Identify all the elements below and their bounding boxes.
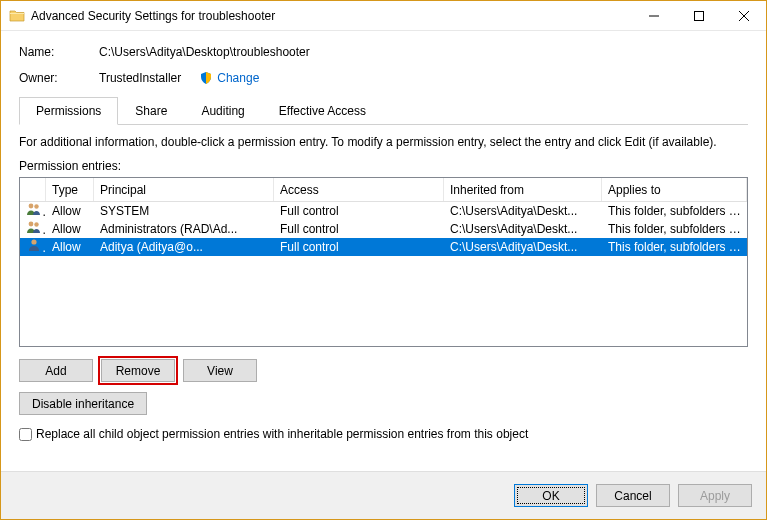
grid-header: Type Principal Access Inherited from App… xyxy=(20,178,747,202)
tab-effective-access[interactable]: Effective Access xyxy=(262,97,383,124)
row-access: Full control xyxy=(274,220,444,238)
grid-body: AllowSYSTEMFull controlC:\Users\Aditya\D… xyxy=(20,202,747,256)
name-value: C:\Users\Aditya\Desktop\troubleshooter xyxy=(99,45,310,59)
permissions-grid[interactable]: Type Principal Access Inherited from App… xyxy=(19,177,748,347)
row-access: Full control xyxy=(274,238,444,256)
row-principal: SYSTEM xyxy=(94,202,274,220)
change-owner-link[interactable]: Change xyxy=(199,71,259,85)
shield-icon xyxy=(199,71,213,85)
tab-permissions[interactable]: Permissions xyxy=(19,97,118,125)
table-row[interactable]: AllowAdministrators (RAD\Ad...Full contr… xyxy=(20,220,747,238)
apply-button[interactable]: Apply xyxy=(678,484,752,507)
entries-label: Permission entries: xyxy=(19,159,748,173)
row-inherited: C:\Users\Aditya\Deskt... xyxy=(444,202,602,220)
row-icon xyxy=(20,220,46,238)
col-type[interactable]: Type xyxy=(46,178,94,201)
col-applies[interactable]: Applies to xyxy=(602,178,747,201)
name-label: Name: xyxy=(19,45,99,59)
row-access: Full control xyxy=(274,202,444,220)
svg-point-3 xyxy=(29,222,34,227)
info-text: For additional information, double-click… xyxy=(19,135,748,149)
add-button[interactable]: Add xyxy=(19,359,93,382)
row-type: Allow xyxy=(46,220,94,238)
table-row[interactable]: AllowAditya (Aditya@o...Full controlC:\U… xyxy=(20,238,747,256)
owner-label: Owner: xyxy=(19,71,99,85)
tabs: Permissions Share Auditing Effective Acc… xyxy=(19,97,748,125)
tab-auditing[interactable]: Auditing xyxy=(184,97,261,124)
row-inherited: C:\Users\Aditya\Deskt... xyxy=(444,238,602,256)
row-applies: This folder, subfolders and files xyxy=(602,202,747,220)
close-button[interactable] xyxy=(721,1,766,30)
row-type: Allow xyxy=(46,202,94,220)
svg-rect-0 xyxy=(694,11,703,20)
row-icon xyxy=(20,238,46,256)
remove-button[interactable]: Remove xyxy=(101,359,175,382)
col-inherited[interactable]: Inherited from xyxy=(444,178,602,201)
content-area: Name: C:\Users\Aditya\Desktop\troublesho… xyxy=(1,31,766,441)
window-title: Advanced Security Settings for troublesh… xyxy=(31,9,631,23)
folder-icon xyxy=(9,8,25,24)
svg-point-5 xyxy=(31,239,36,244)
col-access[interactable]: Access xyxy=(274,178,444,201)
row-principal: Aditya (Aditya@o... xyxy=(94,238,274,256)
svg-point-1 xyxy=(29,204,34,209)
svg-point-4 xyxy=(34,222,38,226)
row-principal: Administrators (RAD\Ad... xyxy=(94,220,274,238)
view-button[interactable]: View xyxy=(183,359,257,382)
row-icon xyxy=(20,202,46,220)
table-row[interactable]: AllowSYSTEMFull controlC:\Users\Aditya\D… xyxy=(20,202,747,220)
replace-child-checkbox[interactable] xyxy=(19,428,32,441)
ok-button[interactable]: OK xyxy=(514,484,588,507)
owner-value: TrustedInstaller xyxy=(99,71,181,85)
maximize-button[interactable] xyxy=(676,1,721,30)
row-type: Allow xyxy=(46,238,94,256)
tab-share[interactable]: Share xyxy=(118,97,184,124)
dialog-footer: OK Cancel Apply xyxy=(1,471,766,519)
row-applies: This folder, subfolders and files xyxy=(602,220,747,238)
col-principal[interactable]: Principal xyxy=(94,178,274,201)
disable-inheritance-button[interactable]: Disable inheritance xyxy=(19,392,147,415)
change-link-text: Change xyxy=(217,71,259,85)
svg-point-2 xyxy=(34,204,38,208)
row-inherited: C:\Users\Aditya\Deskt... xyxy=(444,220,602,238)
row-applies: This folder, subfolders and files xyxy=(602,238,747,256)
replace-child-label[interactable]: Replace all child object permission entr… xyxy=(36,427,528,441)
cancel-button[interactable]: Cancel xyxy=(596,484,670,507)
col-icon[interactable] xyxy=(20,178,46,201)
minimize-button[interactable] xyxy=(631,1,676,30)
titlebar: Advanced Security Settings for troublesh… xyxy=(1,1,766,31)
